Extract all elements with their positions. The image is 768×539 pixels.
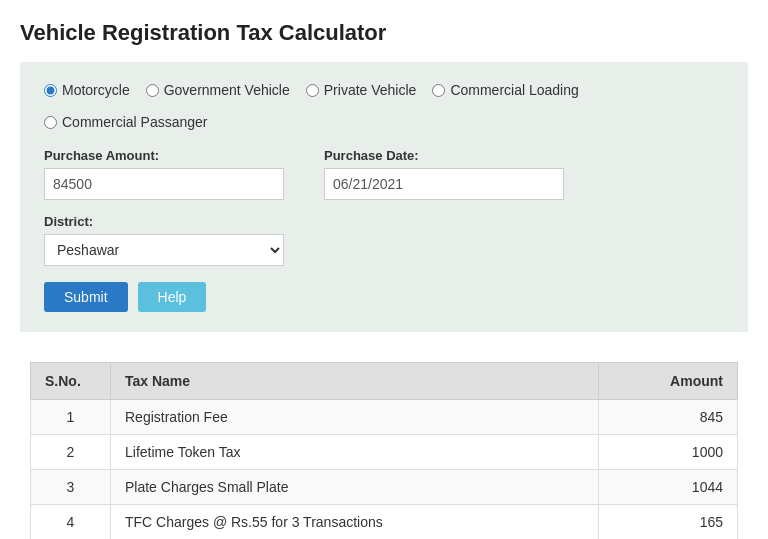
tax-table: S.No. Tax Name Amount 1Registration Fee8… <box>30 362 738 539</box>
radio-commercial_loading[interactable] <box>432 84 445 97</box>
table-row: 4TFC Charges @ Rs.55 for 3 Transactions1… <box>31 505 738 540</box>
radio-label-motorcycle: Motorcycle <box>62 82 130 98</box>
cell-tax-name: Plate Charges Small Plate <box>111 470 599 505</box>
radio-item-government[interactable]: Government Vehicle <box>146 82 290 98</box>
district-select[interactable]: PeshawarLahoreKarachiIslamabadQuetta <box>44 234 284 266</box>
table-section: S.No. Tax Name Amount 1Registration Fee8… <box>20 362 748 539</box>
radio-item-motorcycle[interactable]: Motorcycle <box>44 82 130 98</box>
radio-commercial_passenger[interactable] <box>44 116 57 129</box>
radio-label-commercial_loading: Commercial Loading <box>450 82 578 98</box>
fields-row: Purchase Amount: Purchase Date: <box>44 148 724 200</box>
radio-item-commercial_passenger[interactable]: Commercial Passanger <box>44 114 208 130</box>
radio-motorcycle[interactable] <box>44 84 57 97</box>
page-title: Vehicle Registration Tax Calculator <box>20 20 748 46</box>
col-header-sno: S.No. <box>31 363 111 400</box>
radio-label-government: Government Vehicle <box>164 82 290 98</box>
purchase-amount-group: Purchase Amount: <box>44 148 284 200</box>
purchase-date-input[interactable] <box>324 168 564 200</box>
purchase-date-label: Purchase Date: <box>324 148 564 163</box>
radio-item-private[interactable]: Private Vehicle <box>306 82 417 98</box>
radio-government[interactable] <box>146 84 159 97</box>
cell-sno: 1 <box>31 400 111 435</box>
radio-label-private: Private Vehicle <box>324 82 417 98</box>
cell-amount: 165 <box>598 505 737 540</box>
cell-tax-name: Lifetime Token Tax <box>111 435 599 470</box>
cell-sno: 2 <box>31 435 111 470</box>
button-row: Submit Help <box>44 282 724 312</box>
radio-label-commercial_passenger: Commercial Passanger <box>62 114 208 130</box>
radio-item-commercial_loading[interactable]: Commercial Loading <box>432 82 578 98</box>
col-header-amount: Amount <box>598 363 737 400</box>
table-body: 1Registration Fee8452Lifetime Token Tax1… <box>31 400 738 540</box>
cell-amount: 1044 <box>598 470 737 505</box>
cell-sno: 3 <box>31 470 111 505</box>
cell-tax-name: Registration Fee <box>111 400 599 435</box>
help-button[interactable]: Help <box>138 282 207 312</box>
cell-amount: 845 <box>598 400 737 435</box>
cell-tax-name: TFC Charges @ Rs.55 for 3 Transactions <box>111 505 599 540</box>
table-row: 1Registration Fee845 <box>31 400 738 435</box>
cell-amount: 1000 <box>598 435 737 470</box>
district-group: District: PeshawarLahoreKarachiIslamabad… <box>44 214 724 266</box>
col-header-taxname: Tax Name <box>111 363 599 400</box>
purchase-amount-input[interactable] <box>44 168 284 200</box>
submit-button[interactable]: Submit <box>44 282 128 312</box>
table-header-row: S.No. Tax Name Amount <box>31 363 738 400</box>
purchase-date-group: Purchase Date: <box>324 148 564 200</box>
district-label: District: <box>44 214 724 229</box>
table-row: 2Lifetime Token Tax1000 <box>31 435 738 470</box>
vehicle-type-group: MotorcycleGovernment VehiclePrivate Vehi… <box>44 82 724 130</box>
cell-sno: 4 <box>31 505 111 540</box>
purchase-amount-label: Purchase Amount: <box>44 148 284 163</box>
radio-private[interactable] <box>306 84 319 97</box>
table-row: 3Plate Charges Small Plate1044 <box>31 470 738 505</box>
form-section: MotorcycleGovernment VehiclePrivate Vehi… <box>20 62 748 332</box>
